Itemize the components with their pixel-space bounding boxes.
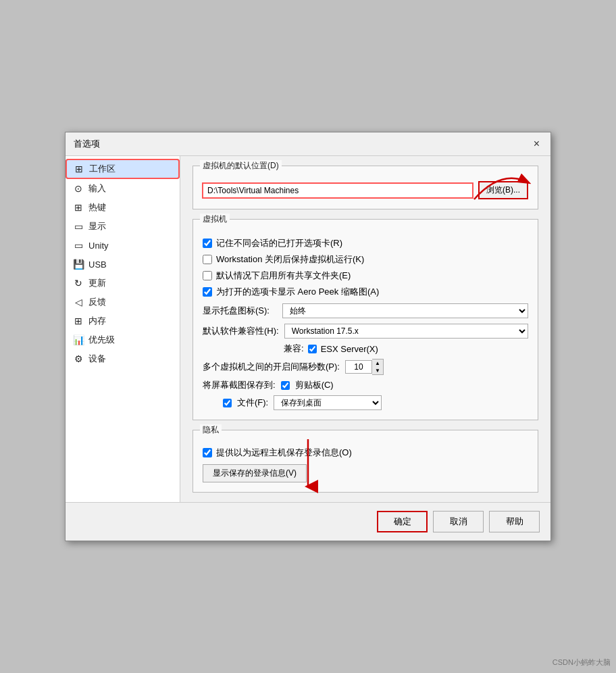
tray-icon-label: 显示托盘图标(S): bbox=[203, 305, 277, 317]
privacy-checkbox[interactable] bbox=[203, 448, 212, 457]
aero-peek-label: 为打开的选项卡显示 Aero Peek 缩略图(A) bbox=[216, 286, 379, 298]
sidebar-item-input-label: 输入 bbox=[88, 182, 106, 195]
sidebar-item-priority-label: 优先级 bbox=[88, 334, 115, 346]
sidebar-item-hotkeys-label: 热键 bbox=[88, 201, 106, 214]
sidebar-item-update[interactable]: ↻ 更新 bbox=[66, 274, 180, 293]
vm-location-section: 虚拟机的默认位置(D) 浏览(B)... bbox=[192, 166, 538, 209]
input-icon: ⊙ bbox=[72, 182, 84, 195]
sidebar-item-unity[interactable]: ▭ Unity bbox=[66, 236, 180, 255]
vm-options-section: 虚拟机 记住不同会话的已打开选项卡(R) Workstation 关闭后保持虚拟… bbox=[192, 219, 538, 420]
sidebar-item-unity-label: Unity bbox=[88, 241, 109, 251]
vm-options-title: 虚拟机 bbox=[200, 214, 230, 225]
privacy-label: 提供以为远程主机保存登录信息(O) bbox=[216, 447, 352, 459]
main-content: 虚拟机的默认位置(D) 浏览(B)... bbox=[180, 156, 550, 502]
sidebar-item-memory[interactable]: ⊞ 内存 bbox=[66, 311, 180, 330]
compat-select[interactable]: Workstation 17.5.x Workstation 16.x Work… bbox=[284, 324, 528, 339]
interval-spinner: ▲ ▼ bbox=[345, 359, 384, 375]
interval-label: 多个虚拟机之间的开启间隔秒数(P): bbox=[203, 361, 340, 373]
screenshot-file-checkbox[interactable] bbox=[223, 399, 232, 407]
esx-compat-row: 兼容: ESX Server(X) bbox=[203, 343, 528, 355]
dialog-title: 首选项 bbox=[74, 138, 100, 150]
tray-icon-select[interactable]: 始终 从不 自动 bbox=[282, 303, 528, 318]
sidebar-item-hotkeys[interactable]: ⊞ 热键 bbox=[66, 198, 180, 217]
checkbox-row-shared-folders: 默认情况下启用所有共享文件夹(E) bbox=[203, 270, 528, 282]
checkbox-row-aero-peek: 为打开的选项卡显示 Aero Peek 缩略图(A) bbox=[203, 286, 528, 298]
usb-icon: 💾 bbox=[72, 258, 84, 270]
sidebar-item-workspace[interactable]: ⊞ 工作区 bbox=[66, 159, 180, 179]
preferences-dialog: 首选项 × ⊞ 工作区 ⊙ 输入 ⊞ 热键 ▭ 显示 bbox=[65, 132, 551, 541]
sidebar: ⊞ 工作区 ⊙ 输入 ⊞ 热键 ▭ 显示 ▭ Unity bbox=[66, 156, 180, 502]
update-icon: ↻ bbox=[72, 277, 84, 289]
workspace-icon: ⊞ bbox=[73, 163, 85, 175]
shared-folders-label: 默认情况下启用所有共享文件夹(E) bbox=[216, 270, 351, 282]
spinner-buttons: ▲ ▼ bbox=[372, 359, 384, 375]
ok-button[interactable]: 确定 bbox=[377, 511, 428, 532]
sidebar-item-workspace-label: 工作区 bbox=[89, 163, 116, 175]
checkbox-row-remember-tabs: 记住不同会话的已打开选项卡(R) bbox=[203, 237, 528, 249]
display-icon: ▭ bbox=[72, 220, 84, 232]
remember-tabs-checkbox[interactable] bbox=[203, 239, 212, 248]
dialog-footer: 确定 取消 帮助 bbox=[66, 502, 550, 541]
sidebar-item-display[interactable]: ▭ 显示 bbox=[66, 217, 180, 236]
checkbox-row-keep-running: Workstation 关闭后保持虚拟机运行(K) bbox=[203, 253, 528, 266]
screenshot-save-select[interactable]: 保存到桌面 自定义位置 bbox=[274, 395, 382, 410]
hotkeys-icon: ⊞ bbox=[72, 201, 84, 214]
show-login-button[interactable]: 显示保存的登录信息(V) bbox=[203, 464, 307, 482]
screenshot-clipboard-checkbox[interactable] bbox=[281, 381, 290, 390]
spinner-down-button[interactable]: ▼ bbox=[372, 367, 383, 374]
devices-icon: ⚙ bbox=[72, 353, 84, 365]
screenshot-label: 将屏幕截图保存到: bbox=[203, 379, 276, 391]
aero-peek-checkbox[interactable] bbox=[203, 287, 212, 297]
screenshot-row: 将屏幕截图保存到: 剪贴板(C) bbox=[203, 379, 528, 391]
sidebar-item-input[interactable]: ⊙ 输入 bbox=[66, 179, 180, 198]
tray-icon-row: 显示托盘图标(S): 始终 从不 自动 bbox=[203, 303, 528, 318]
sidebar-item-usb-label: USB bbox=[88, 259, 107, 270]
screenshot-file-row: 文件(F): 保存到桌面 自定义位置 bbox=[203, 395, 528, 410]
privacy-section: 隐私 提供以为远程主机保存登录信息(O) 显示保存的登录信息(V) bbox=[192, 430, 538, 493]
esx-compat-checkbox[interactable] bbox=[308, 345, 317, 353]
feedback-icon: ◁ bbox=[72, 296, 84, 308]
screenshot-file-label: 文件(F): bbox=[237, 397, 268, 409]
privacy-options: 提供以为远程主机保存登录信息(O) 显示保存的登录信息(V) bbox=[203, 447, 528, 482]
sidebar-item-priority[interactable]: 📊 优先级 bbox=[66, 330, 180, 349]
compat-row: 默认软件兼容性(H): Workstation 17.5.x Workstati… bbox=[203, 324, 528, 339]
sidebar-item-devices[interactable]: ⚙ 设备 bbox=[66, 349, 180, 368]
dialog-body: ⊞ 工作区 ⊙ 输入 ⊞ 热键 ▭ 显示 ▭ Unity bbox=[66, 156, 550, 502]
memory-icon: ⊞ bbox=[72, 315, 84, 327]
spinner-up-button[interactable]: ▲ bbox=[372, 359, 383, 367]
keep-running-label: Workstation 关闭后保持虚拟机运行(K) bbox=[216, 253, 364, 266]
help-button[interactable]: 帮助 bbox=[489, 511, 540, 532]
interval-row: 多个虚拟机之间的开启间隔秒数(P): ▲ ▼ bbox=[203, 359, 528, 375]
sidebar-item-devices-label: 设备 bbox=[88, 353, 106, 365]
close-button[interactable]: × bbox=[531, 138, 542, 150]
esx-compat-text: ESX Server(X) bbox=[321, 344, 378, 354]
cancel-button[interactable]: 取消 bbox=[433, 511, 484, 532]
watermark: CSDN小蚂蚱大脑 bbox=[553, 657, 611, 668]
vm-path-row: 浏览(B)... bbox=[203, 181, 528, 199]
privacy-checkbox-row: 提供以为远程主机保存登录信息(O) bbox=[203, 447, 528, 459]
vm-options-list: 记住不同会话的已打开选项卡(R) Workstation 关闭后保持虚拟机运行(… bbox=[203, 237, 528, 410]
remember-tabs-label: 记住不同会话的已打开选项卡(R) bbox=[216, 237, 342, 249]
compat-label: 默认软件兼容性(H): bbox=[203, 325, 279, 337]
interval-input[interactable] bbox=[345, 360, 372, 374]
shared-folders-checkbox[interactable] bbox=[203, 271, 212, 280]
esx-compat-label: 兼容: bbox=[284, 343, 304, 355]
vm-location-title: 虚拟机的默认位置(D) bbox=[200, 160, 282, 172]
unity-icon: ▭ bbox=[72, 239, 84, 251]
vm-path-input[interactable] bbox=[203, 183, 473, 198]
sidebar-item-update-label: 更新 bbox=[88, 277, 106, 289]
privacy-title: 隐私 bbox=[200, 424, 222, 436]
keep-running-checkbox[interactable] bbox=[203, 255, 212, 264]
sidebar-item-display-label: 显示 bbox=[88, 220, 106, 232]
sidebar-item-feedback-label: 反馈 bbox=[88, 296, 106, 308]
sidebar-item-usb[interactable]: 💾 USB bbox=[66, 255, 180, 274]
priority-icon: 📊 bbox=[72, 334, 84, 346]
screenshot-clipboard-label: 剪贴板(C) bbox=[295, 379, 334, 391]
titlebar: 首选项 × bbox=[66, 132, 550, 156]
sidebar-item-feedback[interactable]: ◁ 反馈 bbox=[66, 293, 180, 311]
sidebar-item-memory-label: 内存 bbox=[88, 315, 106, 327]
browse-button[interactable]: 浏览(B)... bbox=[478, 181, 528, 199]
